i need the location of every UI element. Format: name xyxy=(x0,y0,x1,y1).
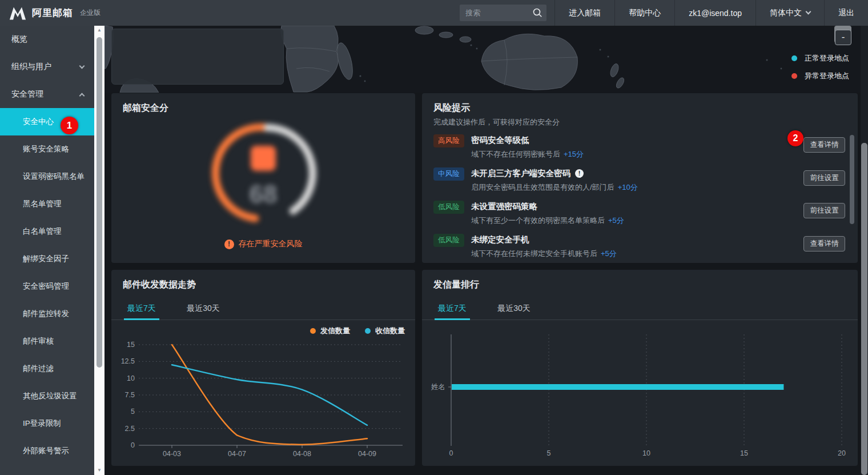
x-tick-label: 04-08 xyxy=(293,450,311,458)
mail-traffic-line-chart: 02.557.51012.51504-0304-0704-0804-09 xyxy=(111,337,415,458)
sent-volume-bar-chart: 05101520姓名 xyxy=(422,321,858,463)
bar-series xyxy=(452,384,783,390)
sidebar-item-security-password-mgmt[interactable]: 安全密码管理 xyxy=(0,273,94,300)
x-tick-label: 04-03 xyxy=(163,450,181,458)
legend-dot-sent xyxy=(310,328,316,334)
y-tick-label: 7.5 xyxy=(125,391,135,399)
map-legend: 正常登录地点 异常登录地点 xyxy=(791,53,849,89)
sent-volume-ranking-card: 发信量排行 最近7天 最近30天 05101520姓名 xyxy=(422,270,858,466)
risk-bonus: +5分 xyxy=(601,249,617,258)
sidebar-item-whitelist-mgmt[interactable]: 白名单管理 xyxy=(0,218,94,245)
view-details-button[interactable]: 查看详情 xyxy=(803,137,845,153)
y-tick-label: 15 xyxy=(127,341,135,349)
risk-item-title: 未设置强密码策略 xyxy=(471,201,537,212)
y-tick-label: 2.5 xyxy=(125,425,135,433)
language-selector[interactable]: 简体中文 xyxy=(756,0,824,26)
risk-bonus: +10分 xyxy=(618,183,638,191)
y-tick-label: 0 xyxy=(131,441,135,449)
risk-item-desc: 域下不存在任何弱密账号后+15分 xyxy=(471,149,584,159)
x-tick-label: 15 xyxy=(740,449,748,457)
page-scrollbar xyxy=(861,26,868,475)
card-title: 邮箱安全分 xyxy=(123,102,168,114)
x-tick-label: 10 xyxy=(642,449,650,457)
login-location-map[interactable]: - 正常登录地点 异常登录地点 xyxy=(105,26,861,93)
tab-last-7-days[interactable]: 最近7天 xyxy=(435,301,470,320)
go-to-settings-button[interactable]: 前往设置 xyxy=(803,170,845,186)
legend-sent-count[interactable]: 发信数量 xyxy=(310,326,350,336)
search-icon[interactable] xyxy=(532,7,542,18)
x-tick-label: 04-09 xyxy=(358,450,376,458)
score-status-text: 存在严重安全风险 xyxy=(239,239,303,249)
legend-received-count[interactable]: 收信数量 xyxy=(365,326,405,336)
legend-dot-received xyxy=(365,328,371,334)
account-menu[interactable]: zk1@isend.top xyxy=(674,0,756,26)
sidebar-item-antispam-settings[interactable]: 其他反垃圾设置 xyxy=(0,382,94,410)
sidebar-item-overview[interactable]: 概览 xyxy=(0,26,94,53)
sidebar-scrollbar-thumb[interactable] xyxy=(97,37,102,368)
sidebar-item-account-security-policy[interactable]: 账号安全策略 xyxy=(0,135,94,163)
tab-last-7-days[interactable]: 最近7天 xyxy=(124,301,159,320)
risk-item-title: 密码安全等级低 xyxy=(471,135,529,146)
y-tick-label: 10 xyxy=(127,374,135,382)
y-tick-label: 12.5 xyxy=(121,357,135,365)
risk-item-desc: 启用安全密码且生效范围是有效的人/部门后+10分 xyxy=(471,182,638,193)
sidebar-item-ip-login-limit[interactable]: IP登录限制 xyxy=(0,410,94,437)
info-icon[interactable]: ! xyxy=(575,169,584,178)
help-center-button[interactable]: 帮助中心 xyxy=(614,0,674,26)
trend-tabs: 最近7天 最近30天 xyxy=(111,301,415,320)
sidebar-item-mail-monitor-forward[interactable]: 邮件监控转发 xyxy=(0,300,94,328)
sidebar-item-external-account-warning[interactable]: 外部账号警示 xyxy=(0,437,94,465)
enter-mailbox-button[interactable]: 进入邮箱 xyxy=(554,0,614,26)
sidebar-item-security-center[interactable]: 安全中心 xyxy=(0,108,94,135)
risk-level-badge: 高风险 xyxy=(433,134,464,147)
sidebar-item-blacklist-mgmt[interactable]: 黑名单管理 xyxy=(0,190,94,218)
risk-item-desc: 域下有至少一个有效的弱密黑名单策略后+5分 xyxy=(471,215,624,226)
sidebar-scrollbar: ▲ ▼ xyxy=(94,26,105,475)
map-zoom-out-button[interactable]: - xyxy=(835,30,851,45)
tab-last-30-days[interactable]: 最近30天 xyxy=(494,301,534,320)
sidebar-item-org-users[interactable]: 组织与用户 xyxy=(0,53,94,81)
sidebar-item-mail-filter[interactable]: 邮件过滤 xyxy=(0,355,94,382)
x-tick-label: 04-07 xyxy=(228,450,246,458)
header-search xyxy=(460,5,546,21)
risk-item: 低风险 未设置强密码策略 域下有至少一个有效的弱密黑名单策略后+5分 xyxy=(433,199,799,233)
score-status-row: ! 存在严重安全风险 xyxy=(111,239,415,249)
category-label: 姓名 xyxy=(431,383,445,391)
sidebar-item-weak-password-blacklist[interactable]: 设置弱密码黑名单 xyxy=(0,163,94,190)
score-value: 68 xyxy=(250,180,278,208)
risk-item-desc: 域下不存在任何未绑定安全手机账号后+5分 xyxy=(471,249,617,259)
legend-normal-login[interactable]: 正常登录地点 xyxy=(791,53,849,63)
go-to-settings-button[interactable]: 前往设置 xyxy=(803,203,845,218)
sidebar-item-security-mgmt[interactable]: 安全管理 xyxy=(0,81,94,108)
page-scrollbar-thumb[interactable] xyxy=(861,143,867,475)
card-title: 邮件收发数据走势 xyxy=(123,279,196,291)
alimail-logo-icon xyxy=(9,6,26,21)
app-logo: 阿里邮箱 企业版 xyxy=(0,6,101,21)
risk-card-scrollbar-thumb[interactable] xyxy=(850,135,854,224)
legend-abnormal-login[interactable]: 异常登录地点 xyxy=(791,71,849,81)
scroll-down-arrow-icon[interactable]: ▼ xyxy=(94,466,105,475)
risk-item-title: 未开启三方客户端安全密码 ! xyxy=(471,168,584,179)
view-details-button[interactable]: 查看详情 xyxy=(803,236,845,252)
sidebar-item-mail-audit[interactable]: 邮件审核 xyxy=(0,328,94,355)
risk-item-title: 未绑定安全手机 xyxy=(471,234,529,245)
x-tick-label: 0 xyxy=(449,449,453,457)
card-title: 发信量排行 xyxy=(433,279,479,291)
risk-bonus: +15分 xyxy=(564,150,584,158)
sidebar-item-unbind-security-factor[interactable]: 解绑安全因子 xyxy=(0,245,94,273)
x-tick-label: 20 xyxy=(838,449,846,457)
scroll-up-arrow-icon[interactable]: ▲ xyxy=(94,26,105,35)
logo-edition-badge: 企业版 xyxy=(80,8,101,18)
header-actions: 进入邮箱 帮助中心 zk1@isend.top 简体中文 退出 xyxy=(460,0,868,26)
risk-item: 中风险 未开启三方客户端安全密码 ! 启用安全密码且生效范围是有效的人/部门后+… xyxy=(433,166,799,199)
chevron-down-icon xyxy=(806,9,811,15)
tab-last-30-days[interactable]: 最近30天 xyxy=(183,301,223,320)
sidebar-nav: 概览 组织与用户 安全管理 安全中心 账号安全策略 设置弱密码黑名单 黑名单管理… xyxy=(0,26,94,475)
security-center-dashboard: 阿里邮箱 企业版 进入邮箱 帮助中心 zk1@isend.top 简体中文 xyxy=(0,0,868,475)
logout-button[interactable]: 退出 xyxy=(824,0,868,26)
mail-security-score-card: 邮箱安全分 68 ! 存在严重安全风险 xyxy=(111,93,415,263)
risk-tips-card: 风险提示 完成建议操作后，可获得对应的安全分 高风险 密码安全等级低 域下不存在… xyxy=(422,93,858,263)
risk-subtitle: 完成建议操作后，可获得对应的安全分 xyxy=(433,117,560,127)
line-series-0 xyxy=(172,345,367,445)
chevron-up-icon xyxy=(79,93,85,98)
